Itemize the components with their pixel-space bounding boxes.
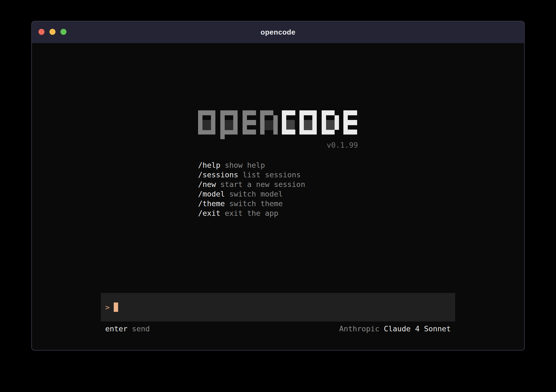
status-bar: entersend AnthropicClaude 4 Sonnet	[101, 324, 455, 334]
command-row-theme: /themeswitch theme	[198, 199, 358, 208]
command-row-new: /newstart a new session	[198, 180, 358, 189]
command-desc: switch theme	[229, 199, 283, 208]
command-name: /new	[198, 180, 216, 189]
command-name: /model	[198, 190, 225, 198]
model-name: Claude 4 Sonnet	[384, 324, 451, 333]
close-button[interactable]	[38, 29, 45, 35]
keybind-action: send	[132, 324, 150, 333]
zoom-button[interactable]	[60, 29, 66, 35]
command-row-exit: /exitexit the app	[198, 208, 358, 218]
logo-code-inner-shade	[286, 120, 335, 130]
command-row-sessions: /sessionslist sessions	[198, 170, 358, 180]
welcome-panel: v0.1.99 /helpshow help /sessionslist ses…	[198, 110, 358, 218]
command-row-model: /modelswitch model	[198, 189, 358, 199]
command-row-help: /helpshow help	[198, 160, 358, 170]
keybind-key: enter	[105, 324, 127, 333]
window-title: opencode	[261, 28, 296, 37]
command-name: /exit	[198, 209, 220, 217]
model-indicator: AnthropicClaude 4 Sonnet	[339, 324, 451, 334]
text-cursor	[114, 303, 118, 312]
command-name: /sessions	[198, 170, 238, 179]
command-desc: show help	[225, 161, 265, 169]
prompt-chevron: >	[105, 303, 110, 312]
command-desc: start a new session	[220, 180, 305, 189]
command-desc: exit the app	[225, 209, 278, 217]
command-desc: list sessions	[243, 170, 301, 179]
command-name: /help	[198, 161, 220, 169]
traffic-lights	[38, 29, 66, 35]
opencode-logo	[198, 110, 357, 139]
command-name: /theme	[198, 199, 225, 208]
minimize-button[interactable]	[49, 29, 55, 35]
keybind-hint: entersend	[105, 324, 150, 334]
version-label: v0.1.99	[198, 141, 358, 149]
command-desc: switch model	[229, 190, 283, 198]
command-list: /helpshow help /sessionslist sessions /n…	[198, 160, 358, 218]
opencode-window: opencode	[31, 21, 525, 351]
provider-name: Anthropic	[339, 324, 379, 333]
window-titlebar[interactable]: opencode	[32, 21, 524, 43]
message-input[interactable]: >	[101, 293, 455, 321]
